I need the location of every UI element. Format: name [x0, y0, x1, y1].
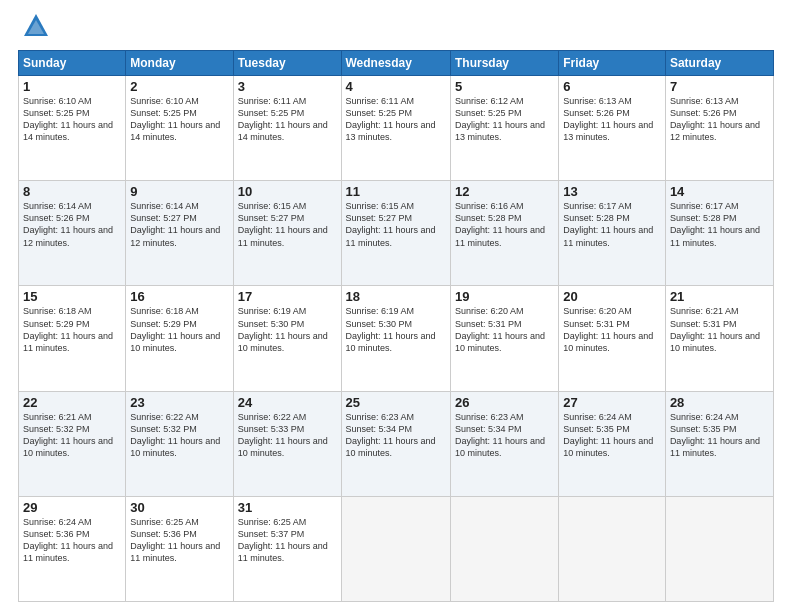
calendar-cell: 29Sunrise: 6:24 AMSunset: 5:36 PMDayligh…: [19, 496, 126, 601]
day-number: 24: [238, 395, 337, 410]
day-info: Sunrise: 6:16 AMSunset: 5:28 PMDaylight:…: [455, 200, 554, 249]
calendar-cell: [341, 496, 450, 601]
day-number: 13: [563, 184, 661, 199]
calendar-cell: 17Sunrise: 6:19 AMSunset: 5:30 PMDayligh…: [233, 286, 341, 391]
calendar-cell: 6Sunrise: 6:13 AMSunset: 5:26 PMDaylight…: [559, 76, 666, 181]
day-info: Sunrise: 6:12 AMSunset: 5:25 PMDaylight:…: [455, 95, 554, 144]
calendar-cell: 5Sunrise: 6:12 AMSunset: 5:25 PMDaylight…: [450, 76, 558, 181]
day-info: Sunrise: 6:15 AMSunset: 5:27 PMDaylight:…: [238, 200, 337, 249]
day-number: 3: [238, 79, 337, 94]
calendar-cell: 9Sunrise: 6:14 AMSunset: 5:27 PMDaylight…: [126, 181, 233, 286]
calendar-cell: 19Sunrise: 6:20 AMSunset: 5:31 PMDayligh…: [450, 286, 558, 391]
day-info: Sunrise: 6:25 AMSunset: 5:37 PMDaylight:…: [238, 516, 337, 565]
day-number: 31: [238, 500, 337, 515]
calendar-cell: 2Sunrise: 6:10 AMSunset: 5:25 PMDaylight…: [126, 76, 233, 181]
day-info: Sunrise: 6:19 AMSunset: 5:30 PMDaylight:…: [346, 305, 446, 354]
day-info: Sunrise: 6:22 AMSunset: 5:33 PMDaylight:…: [238, 411, 337, 460]
day-info: Sunrise: 6:10 AMSunset: 5:25 PMDaylight:…: [23, 95, 121, 144]
day-info: Sunrise: 6:20 AMSunset: 5:31 PMDaylight:…: [455, 305, 554, 354]
day-info: Sunrise: 6:13 AMSunset: 5:26 PMDaylight:…: [563, 95, 661, 144]
day-number: 20: [563, 289, 661, 304]
week-row-4: 29Sunrise: 6:24 AMSunset: 5:36 PMDayligh…: [19, 496, 774, 601]
calendar-header-row: SundayMondayTuesdayWednesdayThursdayFrid…: [19, 51, 774, 76]
logo-icon: [22, 12, 50, 40]
day-info: Sunrise: 6:14 AMSunset: 5:27 PMDaylight:…: [130, 200, 228, 249]
day-header-monday: Monday: [126, 51, 233, 76]
day-number: 12: [455, 184, 554, 199]
day-number: 30: [130, 500, 228, 515]
day-number: 23: [130, 395, 228, 410]
calendar-cell: 31Sunrise: 6:25 AMSunset: 5:37 PMDayligh…: [233, 496, 341, 601]
day-info: Sunrise: 6:21 AMSunset: 5:31 PMDaylight:…: [670, 305, 769, 354]
week-row-2: 15Sunrise: 6:18 AMSunset: 5:29 PMDayligh…: [19, 286, 774, 391]
day-info: Sunrise: 6:24 AMSunset: 5:36 PMDaylight:…: [23, 516, 121, 565]
day-info: Sunrise: 6:21 AMSunset: 5:32 PMDaylight:…: [23, 411, 121, 460]
week-row-1: 8Sunrise: 6:14 AMSunset: 5:26 PMDaylight…: [19, 181, 774, 286]
calendar-cell: 3Sunrise: 6:11 AMSunset: 5:25 PMDaylight…: [233, 76, 341, 181]
calendar-cell: 23Sunrise: 6:22 AMSunset: 5:32 PMDayligh…: [126, 391, 233, 496]
day-number: 28: [670, 395, 769, 410]
calendar-cell: 20Sunrise: 6:20 AMSunset: 5:31 PMDayligh…: [559, 286, 666, 391]
calendar-cell: 28Sunrise: 6:24 AMSunset: 5:35 PMDayligh…: [665, 391, 773, 496]
day-info: Sunrise: 6:25 AMSunset: 5:36 PMDaylight:…: [130, 516, 228, 565]
day-number: 19: [455, 289, 554, 304]
week-row-0: 1Sunrise: 6:10 AMSunset: 5:25 PMDaylight…: [19, 76, 774, 181]
calendar-cell: 11Sunrise: 6:15 AMSunset: 5:27 PMDayligh…: [341, 181, 450, 286]
calendar-cell: 26Sunrise: 6:23 AMSunset: 5:34 PMDayligh…: [450, 391, 558, 496]
calendar-cell: 21Sunrise: 6:21 AMSunset: 5:31 PMDayligh…: [665, 286, 773, 391]
day-info: Sunrise: 6:24 AMSunset: 5:35 PMDaylight:…: [563, 411, 661, 460]
calendar-cell: 7Sunrise: 6:13 AMSunset: 5:26 PMDaylight…: [665, 76, 773, 181]
logo: [18, 16, 50, 40]
day-info: Sunrise: 6:19 AMSunset: 5:30 PMDaylight:…: [238, 305, 337, 354]
day-info: Sunrise: 6:23 AMSunset: 5:34 PMDaylight:…: [455, 411, 554, 460]
day-info: Sunrise: 6:11 AMSunset: 5:25 PMDaylight:…: [238, 95, 337, 144]
day-number: 8: [23, 184, 121, 199]
day-info: Sunrise: 6:11 AMSunset: 5:25 PMDaylight:…: [346, 95, 446, 144]
calendar-cell: [665, 496, 773, 601]
day-header-saturday: Saturday: [665, 51, 773, 76]
week-row-3: 22Sunrise: 6:21 AMSunset: 5:32 PMDayligh…: [19, 391, 774, 496]
day-info: Sunrise: 6:14 AMSunset: 5:26 PMDaylight:…: [23, 200, 121, 249]
day-number: 27: [563, 395, 661, 410]
day-info: Sunrise: 6:18 AMSunset: 5:29 PMDaylight:…: [130, 305, 228, 354]
day-number: 25: [346, 395, 446, 410]
calendar-cell: 10Sunrise: 6:15 AMSunset: 5:27 PMDayligh…: [233, 181, 341, 286]
calendar-cell: 13Sunrise: 6:17 AMSunset: 5:28 PMDayligh…: [559, 181, 666, 286]
calendar-cell: 12Sunrise: 6:16 AMSunset: 5:28 PMDayligh…: [450, 181, 558, 286]
day-info: Sunrise: 6:20 AMSunset: 5:31 PMDaylight:…: [563, 305, 661, 354]
day-number: 29: [23, 500, 121, 515]
calendar-cell: 22Sunrise: 6:21 AMSunset: 5:32 PMDayligh…: [19, 391, 126, 496]
calendar-cell: 1Sunrise: 6:10 AMSunset: 5:25 PMDaylight…: [19, 76, 126, 181]
day-number: 15: [23, 289, 121, 304]
calendar-cell: 30Sunrise: 6:25 AMSunset: 5:36 PMDayligh…: [126, 496, 233, 601]
day-info: Sunrise: 6:17 AMSunset: 5:28 PMDaylight:…: [563, 200, 661, 249]
day-number: 6: [563, 79, 661, 94]
day-number: 7: [670, 79, 769, 94]
day-header-thursday: Thursday: [450, 51, 558, 76]
day-info: Sunrise: 6:23 AMSunset: 5:34 PMDaylight:…: [346, 411, 446, 460]
day-number: 9: [130, 184, 228, 199]
day-number: 11: [346, 184, 446, 199]
calendar-cell: [559, 496, 666, 601]
day-number: 26: [455, 395, 554, 410]
day-number: 18: [346, 289, 446, 304]
calendar-table: SundayMondayTuesdayWednesdayThursdayFrid…: [18, 50, 774, 602]
calendar-cell: 14Sunrise: 6:17 AMSunset: 5:28 PMDayligh…: [665, 181, 773, 286]
day-number: 2: [130, 79, 228, 94]
day-header-sunday: Sunday: [19, 51, 126, 76]
header: [18, 16, 774, 40]
day-header-wednesday: Wednesday: [341, 51, 450, 76]
calendar-cell: 24Sunrise: 6:22 AMSunset: 5:33 PMDayligh…: [233, 391, 341, 496]
calendar-cell: 8Sunrise: 6:14 AMSunset: 5:26 PMDaylight…: [19, 181, 126, 286]
page: SundayMondayTuesdayWednesdayThursdayFrid…: [0, 0, 792, 612]
day-header-friday: Friday: [559, 51, 666, 76]
day-number: 4: [346, 79, 446, 94]
day-info: Sunrise: 6:10 AMSunset: 5:25 PMDaylight:…: [130, 95, 228, 144]
day-info: Sunrise: 6:22 AMSunset: 5:32 PMDaylight:…: [130, 411, 228, 460]
day-number: 16: [130, 289, 228, 304]
day-number: 21: [670, 289, 769, 304]
day-header-tuesday: Tuesday: [233, 51, 341, 76]
day-number: 1: [23, 79, 121, 94]
calendar-cell: 18Sunrise: 6:19 AMSunset: 5:30 PMDayligh…: [341, 286, 450, 391]
day-number: 5: [455, 79, 554, 94]
